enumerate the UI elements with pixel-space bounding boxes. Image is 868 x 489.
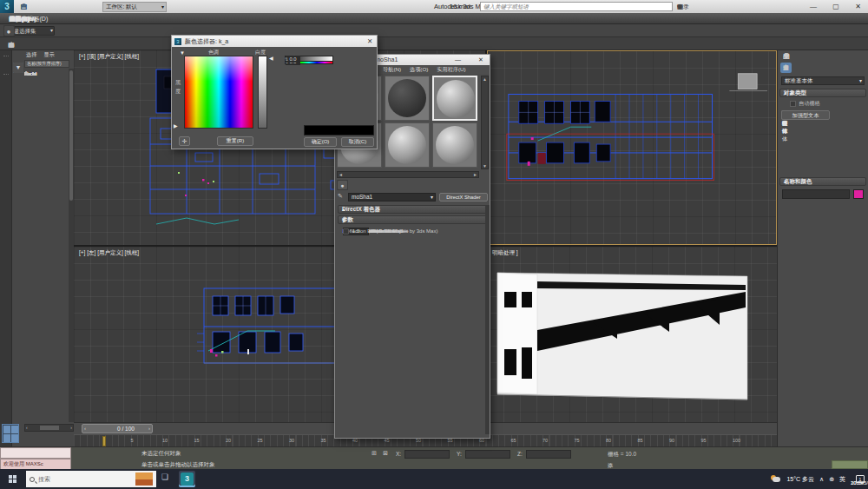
close-icon[interactable]: ✕ (367, 36, 372, 47)
time-slider-handle[interactable]: ‹ 0 / 100 › (82, 424, 153, 433)
color-selector-titlebar[interactable]: 颜色选择器: k_a (172, 36, 377, 47)
frame-back-icon[interactable]: ‹ (84, 425, 86, 433)
material-sample-slot[interactable] (385, 76, 430, 121)
autogrid-checkbox[interactable] (790, 101, 796, 107)
material-editor-menu-item[interactable]: 选项(O) (410, 65, 428, 74)
current-frame-marker[interactable] (102, 436, 106, 446)
parameter-checkbox[interactable] (343, 228, 349, 235)
viewport-front-active[interactable] (487, 50, 777, 245)
explorer-dock-strip[interactable] (0, 50, 12, 446)
frame-tick-label: 70 (542, 438, 548, 443)
object-type-button[interactable]: 加强型文本 (781, 110, 830, 120)
material-editor-menu-item[interactable]: 实用程序(U) (437, 65, 465, 74)
hue-marker-icon[interactable]: ▼ (180, 50, 185, 56)
explorer-horizontal-scrollbar[interactable]: ‹ › (24, 424, 74, 432)
material-name-dropdown[interactable]: moSha1▾ (348, 193, 436, 202)
blackness-marker-icon[interactable]: ▶ (174, 123, 178, 129)
system-tray: 15°C 多云 ∧ ⊕ 英 10:142023/5/8 1 (694, 469, 868, 489)
object-name-field[interactable] (782, 189, 850, 199)
y-coordinate-field[interactable] (465, 450, 510, 459)
explorer-menu-item[interactable]: 显示 (43, 50, 54, 59)
spinner-arrows-icon[interactable]: ⇅ (285, 56, 288, 62)
maxscript-mini-listener[interactable] (0, 447, 71, 459)
material-sample-slot[interactable] (432, 122, 477, 168)
object-color-swatch[interactable] (853, 189, 864, 199)
material-name-value: moSha1 (352, 194, 372, 201)
close-button[interactable]: ✕ (855, 0, 861, 13)
ime-globe-icon[interactable]: ⊕ (829, 476, 834, 483)
task-view-icon[interactable]: ❏ (161, 472, 168, 481)
notification-center-icon[interactable]: 1 (856, 475, 865, 483)
status-bar: 欢迎使用 MAXSc 未选定任何对象 单击或单击并拖动以选择对象 ⊞ ⊠ X: … (0, 446, 868, 469)
minimize-icon[interactable]: — (455, 55, 461, 65)
rollout-name-and-color[interactable]: ▴ 名称和颜色 (779, 177, 866, 186)
frame-tick-label: 95 (701, 438, 707, 443)
viewport-label[interactable]: 明暗处理 ] (492, 249, 518, 257)
params-scrollbar[interactable] (485, 205, 490, 434)
maximize-button[interactable]: ▢ (832, 0, 839, 13)
material-type-button[interactable]: DirectX Shader (439, 193, 488, 202)
search-highlight-image[interactable] (135, 472, 153, 486)
material-sample-slot[interactable] (385, 122, 430, 168)
start-button[interactable] (0, 469, 24, 489)
tray-chevron-icon[interactable]: ∧ (819, 476, 824, 483)
scroll-right-icon[interactable]: ► (473, 172, 477, 177)
dock-grip[interactable] (3, 56, 9, 75)
scrollbar-thumb[interactable] (69, 70, 73, 201)
render-production-icon[interactable]: ● (3, 25, 15, 36)
help-icon[interactable]: ? (677, 1, 681, 12)
pick-material-icon[interactable]: ✎ (338, 193, 343, 200)
scroll-left-icon[interactable]: ◄ (339, 172, 343, 177)
search-input[interactable] (480, 2, 673, 11)
subtab-systems[interactable]: ⚙ (780, 63, 792, 73)
reset-button[interactable]: 重置(R) (217, 136, 253, 146)
material-editor-menu-item[interactable]: 导航(N) (383, 65, 401, 74)
whiteness-strip[interactable] (258, 56, 267, 129)
taskbar-search[interactable]: 搜索 (26, 471, 156, 487)
slots-vertical-scrollbar[interactable]: ▲ ▼ (481, 76, 489, 169)
explorer-name-column-header[interactable]: 名称(按升序排序) (24, 60, 69, 68)
viewport-layout-tabs-icon[interactable] (2, 424, 19, 443)
minimize-button[interactable]: — (810, 0, 817, 13)
workspace-switch-icon[interactable]: ▤ (17, 1, 30, 12)
viewport-label[interactable]: [+] [顶] [用户定义] [线框] (79, 53, 139, 61)
explorer-menu-item[interactable]: 选择 (26, 50, 36, 59)
z-coordinate-field[interactable] (526, 450, 571, 459)
viewport-label[interactable]: [+] [左] [用户定义] [线框] (79, 249, 139, 257)
scroll-down-icon[interactable]: ▼ (483, 163, 487, 169)
selection-lock-icon[interactable]: ⊠ (383, 450, 388, 457)
autogrid-label: 自动栅格 (799, 100, 820, 108)
create-category-tabs: ●◭◐◨✛≋⚙ (780, 63, 867, 74)
rollout-directx-shader[interactable]: ▴ DirectX 着色器 (338, 205, 487, 214)
frame-forward-icon[interactable]: › (148, 425, 150, 433)
sample-type-icon[interactable]: ● (337, 180, 348, 190)
cancel-button[interactable]: 取消(C) (341, 137, 374, 147)
scrollbar-thumb[interactable] (40, 426, 59, 430)
ok-button[interactable]: 确定(O) (304, 137, 337, 147)
scroll-up-icon[interactable]: ▲ (483, 76, 487, 82)
slots-horizontal-scrollbar[interactable]: ◄ ► (337, 171, 479, 178)
weather-icon[interactable] (771, 475, 781, 484)
scroll-right-icon[interactable]: › (70, 425, 72, 431)
material-sample-slot[interactable] (432, 76, 477, 121)
rollout-parameters[interactable]: ▾ 参数 (338, 215, 487, 224)
viewport-perspective[interactable]: 明暗处理 ] (487, 247, 777, 422)
selection-funnel-icon[interactable]: ▼ (13, 63, 23, 73)
sample-screen-color-button[interactable]: ✛ (179, 136, 190, 146)
ime-language[interactable]: 英 (839, 475, 845, 484)
rollout-object-type[interactable]: ▴ 对象类型 (779, 89, 866, 97)
primitive-category-dropdown[interactable]: 标准基本体▾ (781, 76, 865, 85)
menu-item[interactable]: 帮助(H) (3, 13, 36, 24)
x-coordinate-field[interactable] (404, 450, 450, 459)
close-icon[interactable]: ✕ (478, 55, 483, 65)
3ds-max-logo-icon[interactable]: 3 (0, 0, 14, 13)
hue-blackness-field[interactable] (184, 56, 253, 129)
workspace-dropdown[interactable]: 工作区: 默认▾ (102, 2, 167, 12)
weather-text[interactable]: 15°C 多云 (786, 475, 814, 484)
tab-utilities[interactable]: ⚒ (781, 51, 792, 62)
taskbar-3ds-max[interactable]: 3 (179, 471, 195, 487)
scroll-left-icon[interactable]: ‹ (26, 425, 28, 431)
isolate-selection-icon[interactable]: ⊞ (372, 450, 377, 457)
ribbon-grid-icon[interactable]: ▤ (6, 38, 17, 50)
whiteness-marker-icon[interactable]: ◀ (269, 56, 273, 61)
